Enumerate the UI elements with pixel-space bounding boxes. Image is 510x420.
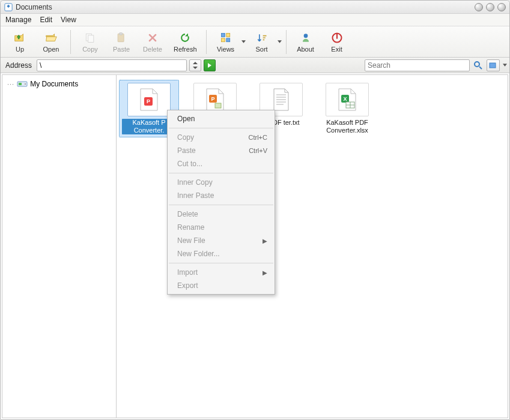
cm-copy[interactable]: CopyCtrl+C	[168, 131, 275, 144]
file-item[interactable]: X KaKasoft PDF Converter.xlsx	[317, 80, 377, 137]
svg-text:P: P	[211, 96, 214, 102]
sidebar: ··· My Documents	[2, 75, 117, 418]
open-icon	[44, 31, 58, 44]
open-label: Open	[43, 46, 59, 53]
refresh-icon	[178, 31, 192, 44]
window-close-button[interactable]	[497, 3, 506, 11]
up-icon	[13, 31, 26, 44]
open-button[interactable]: Open	[37, 28, 65, 56]
window-maximize-button[interactable]	[486, 3, 494, 11]
about-label: About	[297, 46, 314, 53]
cm-export[interactable]: Export	[168, 279, 275, 292]
sort-button[interactable]: Sort	[247, 28, 276, 56]
views-label: Views	[217, 46, 234, 53]
menu-manage[interactable]: Manage	[5, 16, 31, 24]
sort-dropdown[interactable]	[278, 40, 282, 43]
chevron-right-icon: ▶	[263, 238, 267, 244]
cm-new-folder[interactable]: New Folder...	[168, 247, 275, 260]
search-scope-dropdown[interactable]	[502, 64, 507, 67]
tree-root[interactable]: ··· My Documents	[5, 79, 114, 89]
copy-button[interactable]: Copy	[76, 28, 105, 56]
window-title: Documents	[16, 3, 52, 11]
search-input[interactable]	[365, 59, 470, 71]
delete-label: Delete	[143, 46, 162, 53]
paste-label: Paste	[113, 46, 130, 53]
menu-view[interactable]: View	[61, 16, 76, 24]
file-view[interactable]: P KaKasoft P Converter. P ft PDF ter.txt…	[117, 75, 508, 418]
up-button[interactable]: Up	[5, 28, 34, 56]
exit-label: Exit	[331, 46, 342, 53]
chevron-right-icon: ▶	[263, 269, 267, 276]
views-button[interactable]: Views	[211, 28, 240, 56]
addressbar: Address	[1, 58, 509, 73]
search-scope-button[interactable]	[487, 59, 500, 71]
svg-rect-20	[215, 103, 221, 108]
cm-rename[interactable]: Rename	[168, 221, 275, 234]
toolbar: Up Open Copy Paste Delete Refresh Views	[1, 26, 509, 58]
cm-delete[interactable]: Delete	[168, 208, 275, 221]
tree-connector-icon: ···	[7, 80, 14, 88]
refresh-label: Refresh	[174, 46, 197, 53]
xls-icon: X	[336, 88, 358, 112]
svg-rect-6	[226, 33, 229, 37]
sort-label: Sort	[255, 46, 267, 53]
delete-button[interactable]: Delete	[138, 28, 167, 56]
context-menu-separator	[169, 173, 273, 173]
exit-button[interactable]: Exit	[323, 28, 351, 56]
svg-text:X: X	[343, 96, 347, 102]
cm-import[interactable]: Import▶	[168, 266, 275, 279]
body: ··· My Documents P KaKasoft P Converter.…	[2, 74, 508, 418]
cm-new-file[interactable]: New File▶	[168, 234, 275, 247]
ppt-icon: P	[204, 88, 226, 112]
svg-point-15	[25, 83, 26, 85]
views-icon	[219, 31, 232, 44]
svg-rect-12	[490, 63, 496, 68]
address-history-button[interactable]	[189, 59, 201, 71]
svg-point-9	[303, 34, 308, 38]
cm-paste[interactable]: PasteCtrl+V	[168, 144, 275, 157]
titlebar: Documents	[1, 1, 509, 14]
cm-cut-to[interactable]: Cut to...	[168, 157, 275, 170]
drive-icon	[17, 80, 28, 88]
window-minimize-button[interactable]	[475, 3, 483, 11]
about-icon	[299, 31, 312, 44]
copy-icon	[83, 31, 97, 44]
cm-open[interactable]: Open	[168, 112, 275, 125]
context-menu: Open CopyCtrl+C PasteCtrl+V Cut to... In…	[167, 110, 275, 295]
txt-icon	[270, 88, 292, 112]
pdf-icon: P	[138, 88, 160, 112]
window: Documents Manage Edit View Up Open Copy …	[0, 0, 510, 420]
address-label: Address	[3, 61, 34, 70]
svg-text:P: P	[147, 98, 150, 104]
svg-rect-4	[120, 32, 123, 34]
address-input[interactable]	[37, 59, 187, 71]
toolbar-separator	[70, 30, 71, 54]
svg-rect-14	[19, 83, 22, 85]
sort-icon	[255, 31, 269, 44]
menu-edit[interactable]: Edit	[40, 16, 52, 24]
cm-inner-paste[interactable]: Inner Paste	[168, 189, 275, 202]
refresh-button[interactable]: Refresh	[169, 28, 201, 56]
app-icon	[4, 3, 13, 11]
search-button[interactable]	[472, 59, 484, 71]
paste-icon	[115, 31, 128, 44]
svg-rect-5	[221, 33, 225, 37]
paste-button[interactable]: Paste	[107, 28, 136, 56]
views-dropdown[interactable]	[241, 40, 246, 43]
svg-rect-8	[226, 38, 229, 41]
delete-icon	[146, 31, 159, 44]
toolbar-separator	[206, 30, 207, 54]
toolbar-separator	[286, 30, 287, 54]
file-name: KaKasoft PDF Converter.xlsx	[320, 119, 374, 134]
about-button[interactable]: About	[291, 28, 320, 56]
context-menu-separator	[169, 205, 273, 205]
context-menu-separator	[169, 128, 273, 128]
up-label: Up	[16, 46, 24, 53]
svg-rect-2	[88, 35, 94, 42]
copy-label: Copy	[82, 46, 98, 53]
tree-root-label: My Documents	[30, 80, 78, 88]
exit-icon	[330, 31, 344, 44]
address-go-button[interactable]	[204, 59, 216, 71]
cm-inner-copy[interactable]: Inner Copy	[168, 176, 275, 189]
svg-rect-7	[221, 38, 225, 41]
